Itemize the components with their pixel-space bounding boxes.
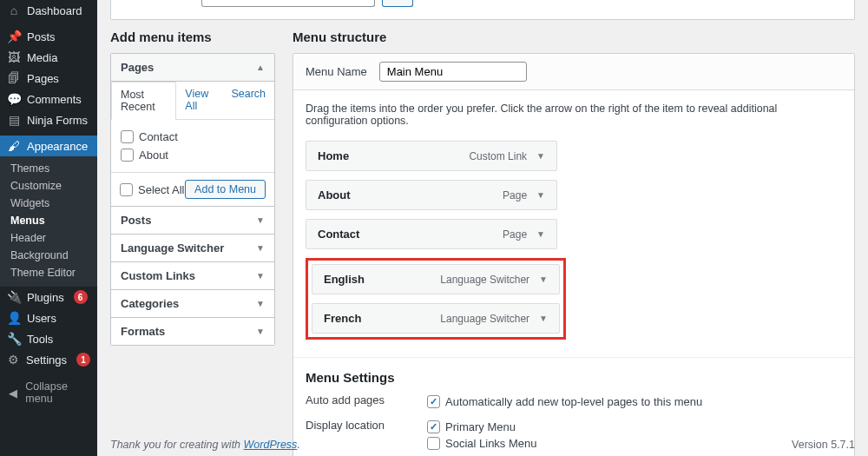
sidebar-item-label: Ninja Forms — [27, 114, 88, 127]
page-option-about[interactable]: About — [121, 146, 265, 164]
checkbox-checked-icon[interactable] — [427, 395, 440, 408]
accordion-categories-header[interactable]: Categories ▼ — [111, 289, 274, 317]
accordion-language-switcher-header[interactable]: Language Switcher ▼ — [111, 234, 274, 261]
sidebar-item-appearance[interactable]: 🖌 Appearance — [0, 135, 97, 156]
submenu-menus[interactable]: Menus — [0, 212, 97, 229]
add-to-menu-button[interactable]: Add to Menu — [185, 180, 266, 199]
chevron-down-icon[interactable]: ▼ — [536, 274, 550, 284]
submenu-customize[interactable]: Customize — [0, 177, 97, 195]
sidebar-item-dashboard[interactable]: ⌂ Dashboard — [0, 0, 97, 21]
menu-items-list: Home Custom Link ▼ About Page — [293, 130, 854, 348]
menu-item-contact[interactable]: Contact Page ▼ — [306, 219, 557, 249]
menu-item-english[interactable]: English Language Switcher ▼ — [312, 264, 560, 294]
checkbox-icon[interactable] — [121, 130, 134, 143]
accordion-title: Pages — [121, 61, 154, 74]
auto-add-option[interactable]: Automatically add new top-level pages to… — [427, 393, 702, 410]
submenu-header[interactable]: Header — [0, 229, 97, 247]
menu-settings-heading: Menu Settings — [293, 357, 854, 385]
page-option-contact[interactable]: Contact — [121, 128, 265, 146]
accordion-title: Formats — [121, 325, 165, 338]
wrench-icon: 🔧 — [7, 332, 21, 346]
accordion-title: Categories — [121, 297, 179, 310]
chevron-down-icon: ▼ — [256, 327, 265, 336]
menu-item-title: Contact — [318, 228, 359, 241]
auto-add-option-label: Automatically add new top-level pages to… — [445, 395, 702, 408]
submenu-theme-editor[interactable]: Theme Editor — [0, 264, 97, 281]
checkbox-checked-icon[interactable] — [427, 420, 440, 433]
highlighted-language-items: English Language Switcher ▼ French — [306, 258, 566, 340]
sidebar-item-ninja-forms[interactable]: ▤ Ninja Forms — [0, 109, 97, 130]
menu-item-type: Page — [503, 228, 527, 241]
accordion-posts-header[interactable]: Posts ▼ — [111, 206, 274, 234]
chevron-down-icon[interactable]: ▼ — [534, 229, 548, 239]
sidebar-item-label: Media — [27, 51, 57, 64]
tab-view-all[interactable]: View All — [176, 82, 222, 119]
footer-thanks-prefix: Thank you for creating with — [110, 439, 244, 451]
menu-item-title: Home — [318, 149, 349, 162]
menu-item-about[interactable]: About Page ▼ — [306, 180, 557, 210]
accordion-pages-body: Most Recent View All Search Contact Abou… — [111, 81, 274, 206]
sidebar-item-label: Settings — [26, 354, 67, 367]
sidebar-item-settings[interactable]: ⚙ Settings 1 — [0, 349, 97, 370]
chevron-down-icon[interactable]: ▼ — [534, 151, 548, 161]
tab-search[interactable]: Search — [222, 82, 274, 119]
collapse-icon: ◀ — [7, 386, 19, 400]
auto-add-label: Auto add pages — [306, 393, 418, 406]
sidebar-item-media[interactable]: 🖼 Media — [0, 47, 97, 68]
main-content: Add menu items Pages ▲ Most Recent View … — [97, 0, 868, 456]
chevron-down-icon[interactable]: ▼ — [534, 190, 548, 200]
location-primary-option[interactable]: Primary Menu — [427, 419, 537, 435]
sidebar-item-posts[interactable]: 📌 Posts — [0, 26, 97, 47]
menu-item-title: French — [324, 312, 361, 325]
footer-version: Version 5.7.1 — [792, 439, 855, 451]
page-option-label: About — [139, 149, 168, 162]
chevron-up-icon: ▲ — [256, 63, 265, 72]
chevron-down-icon: ▼ — [256, 299, 265, 308]
menu-item-type: Language Switcher — [440, 313, 529, 325]
plugin-icon: 🔌 — [7, 290, 21, 304]
collapse-menu[interactable]: ◀ Collapse menu — [0, 375, 97, 410]
auto-add-pages-row: Auto add pages Automatically add new top… — [293, 385, 854, 410]
page-icon: 🗐 — [7, 71, 21, 85]
accordion-custom-links-header[interactable]: Custom Links ▼ — [111, 261, 274, 289]
select-all-label: Select All — [138, 183, 184, 196]
chevron-down-icon: ▼ — [256, 215, 265, 225]
sidebar-item-tools[interactable]: 🔧 Tools — [0, 328, 97, 349]
menu-name-label: Menu Name — [306, 65, 367, 78]
footer-thanks: Thank you for creating with WordPress. — [110, 439, 300, 451]
sidebar-item-pages[interactable]: 🗐 Pages — [0, 68, 97, 89]
menu-item-home[interactable]: Home Custom Link ▼ — [306, 141, 557, 171]
menu-item-type: Custom Link — [469, 150, 527, 162]
accordion-title: Posts — [121, 214, 151, 227]
menu-name-input[interactable] — [379, 62, 527, 82]
submenu-widgets[interactable]: Widgets — [0, 195, 97, 212]
add-menu-items-heading: Add menu items — [110, 30, 275, 44]
accordion-pages-header[interactable]: Pages ▲ — [111, 54, 274, 81]
submenu-background[interactable]: Background — [0, 247, 97, 264]
collapse-label: Collapse menu — [25, 380, 90, 405]
display-location-label: Display location — [306, 419, 418, 432]
menu-name-row: Menu Name — [293, 54, 854, 90]
tab-most-recent[interactable]: Most Recent — [111, 82, 176, 120]
chevron-down-icon: ▼ — [256, 243, 265, 253]
sidebar-item-users[interactable]: 👤 Users — [0, 307, 97, 328]
sidebar-item-label: Tools — [27, 333, 53, 346]
settings-notice-badge: 1 — [76, 353, 90, 367]
checkbox-icon[interactable] — [120, 183, 133, 196]
wordpress-link[interactable]: WordPress — [244, 439, 298, 451]
menu-item-title: About — [318, 188, 351, 202]
plugins-update-badge: 6 — [74, 290, 88, 304]
dashboard-icon: ⌂ — [7, 3, 21, 17]
form-icon: ▤ — [7, 113, 21, 127]
select-all-pages[interactable]: Select All — [120, 181, 184, 199]
sidebar-item-comments[interactable]: 💬 Comments — [0, 89, 97, 109]
accordion-formats-header[interactable]: Formats ▼ — [111, 317, 274, 345]
chevron-down-icon[interactable]: ▼ — [536, 314, 550, 323]
sidebar-item-label: Posts — [27, 30, 56, 43]
sidebar-item-label: Comments — [27, 93, 82, 106]
checkbox-icon[interactable] — [121, 149, 134, 162]
menu-item-title: English — [324, 273, 365, 286]
menu-item-french[interactable]: French Language Switcher ▼ — [312, 303, 560, 334]
submenu-themes[interactable]: Themes — [0, 160, 97, 177]
sidebar-item-plugins[interactable]: 🔌 Plugins 6 — [0, 287, 97, 307]
